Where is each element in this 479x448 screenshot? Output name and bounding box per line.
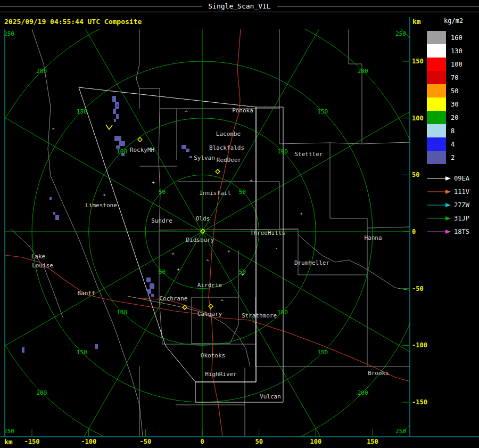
radial-grid-line (53, 232, 202, 448)
precip-echo (151, 294, 154, 297)
town-marker: + (152, 180, 155, 185)
track-legend-row: 27ZW (427, 198, 478, 211)
county-boundary (136, 29, 139, 109)
county-boundary (32, 29, 51, 176)
color-scale-value: 100 (451, 61, 463, 68)
bottom-axis-tick-label: -100 (81, 438, 96, 445)
city-label: Lake (31, 253, 46, 260)
county-boundary (349, 29, 362, 143)
radial-grid-line (202, 0, 351, 232)
range-ring-label: 250 (395, 30, 406, 37)
titlebar-rule-left (0, 6, 202, 6)
city-label: RockyMH (130, 146, 154, 153)
town-marker: ^ (220, 299, 224, 304)
precip-echo (114, 136, 121, 141)
color-swatch (427, 84, 446, 97)
city-label: Calgary (197, 311, 222, 317)
city-label: Didsbury (186, 237, 214, 243)
color-swatch (427, 58, 446, 71)
city-label: Olds (196, 215, 210, 222)
right-axis-tick-label: 100 (412, 115, 424, 122)
precip-echo (150, 283, 154, 289)
range-ring-label: 100 (277, 309, 288, 316)
color-scale-row: 70 (427, 71, 478, 84)
range-ring-label: 100 (277, 148, 288, 155)
track-id-label: 27ZW (454, 201, 469, 209)
town-marker: + (177, 266, 180, 272)
range-ring-label: 50 (159, 189, 166, 196)
color-scale-value: 2 (451, 154, 455, 161)
color-swatch (427, 97, 446, 111)
city-label: HighRiver (205, 371, 237, 378)
map-layers: 5050505010010010010015015015015020020020… (0, 0, 479, 448)
city-label: Stettler (295, 151, 323, 158)
town-marker: * (250, 179, 252, 184)
city-label: Airdrie (197, 282, 222, 289)
track-legend-row: 09EA (427, 172, 478, 185)
bottom-axis-tick-label: -50 (139, 438, 151, 445)
town-marker: + (241, 272, 244, 277)
county-boundary (139, 88, 160, 109)
precip-echo (22, 347, 24, 353)
color-swatch (427, 31, 446, 44)
track-legend-row: 31JP (427, 211, 478, 225)
city-label: Okotoks (201, 352, 225, 359)
color-scale-row: 130 (427, 44, 478, 58)
bottom-axis-tick-label: 150 (367, 438, 378, 445)
city-label: Ponoka (232, 107, 253, 114)
color-scale-row: 8 (427, 124, 478, 137)
range-ring-label: 50 (159, 268, 166, 275)
radial-grid-line (0, 83, 202, 232)
range-ring-label: 150 (317, 108, 328, 115)
range-ring-label: 200 (36, 389, 47, 396)
radar-site-marker (209, 304, 213, 308)
precip-echo (114, 119, 116, 122)
range-ring-label: 150 (317, 349, 328, 356)
county-boundary (11, 229, 63, 317)
city-label: Hanna (364, 234, 382, 241)
range-ring-label: 250 (4, 428, 14, 435)
right-axis-tick-label: -50 (412, 285, 424, 292)
city-label: Vulcan (260, 393, 281, 400)
radar-app-window: { "window": {"title": "Single_Scan_VIL"}… (0, 0, 479, 448)
radial-grid-line (202, 232, 460, 381)
color-scale-row: 100 (427, 58, 478, 71)
color-scale-row: 160 (427, 31, 478, 44)
color-swatch (427, 71, 446, 84)
color-scale-value: 30 (451, 101, 458, 108)
town-marker: + (300, 211, 303, 216)
range-ring-label: 100 (117, 148, 127, 155)
precip-echo (117, 104, 118, 107)
precip-echo (49, 197, 52, 200)
track-id-label: 18TS (454, 228, 469, 235)
city-label: Banff (77, 290, 95, 297)
county-boundary (330, 143, 367, 218)
right-axis-tick-label: 50 (412, 171, 419, 178)
bottom-axis-tick-label: 0 (200, 438, 204, 445)
range-ring-label: 250 (395, 428, 406, 435)
storm-track-legend: 09EA111V27ZW31JP18TS (427, 172, 478, 238)
color-scale-value: 8 (451, 127, 455, 135)
city-label: Lacombe (216, 131, 241, 137)
color-scale-value: 130 (451, 47, 463, 55)
right-axis-tick-label: 150 (412, 58, 424, 65)
radar-site-marker (216, 169, 220, 174)
radar-map-viewport[interactable]: 5050505010010010010015015015015020020020… (0, 0, 479, 448)
city-label: Innisfail (199, 190, 231, 197)
precip-echo (53, 212, 55, 215)
color-scale-value: 160 (451, 34, 463, 42)
precip-echo (147, 289, 151, 294)
city-label: Cochrane (160, 295, 188, 302)
color-scale-row: 2 (427, 151, 478, 164)
color-scale-row: 50 (427, 84, 478, 97)
bottom-axis-tick-label: 100 (310, 438, 321, 445)
range-ring-label: 200 (358, 389, 368, 396)
track-id-label: 111V (454, 188, 469, 196)
right-axis-unit-label: km (412, 18, 421, 26)
town-marker: + (227, 248, 230, 254)
bottom-axis-tick-label: -150 (24, 438, 40, 445)
color-swatch (427, 124, 446, 137)
range-ring-label: 150 (77, 108, 87, 115)
range-ring-label: 250 (4, 30, 14, 37)
precip-echo (186, 149, 189, 152)
